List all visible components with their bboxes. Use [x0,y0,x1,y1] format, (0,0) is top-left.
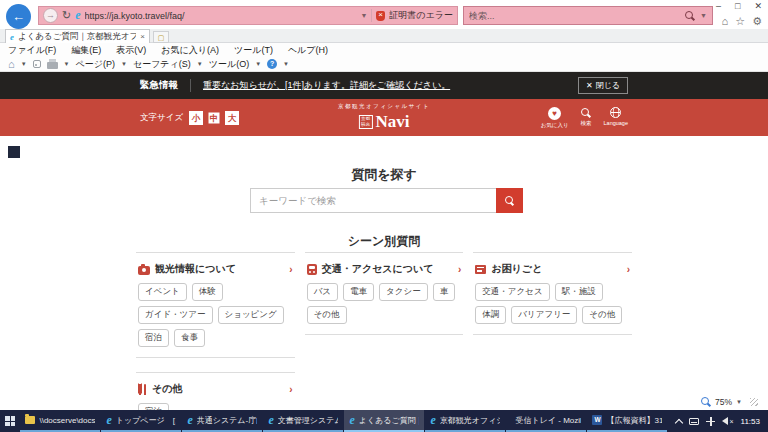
font-size-button-大[interactable]: 大 [225,111,239,125]
start-button[interactable] [0,410,20,432]
search-icon [581,108,591,118]
menu-item-3[interactable]: お気に入り(A) [161,44,219,57]
tag[interactable]: バス [307,283,338,301]
tag[interactable]: イベント [138,283,187,301]
chevron-down-icon[interactable]: ▼ [283,61,289,67]
menu-item-2[interactable]: 表示(V) [116,44,146,57]
nav-label: 検索 [581,120,592,127]
tag[interactable]: 電車 [343,283,374,301]
zoom-control[interactable]: 75% ▼ [701,397,758,407]
emergency-notice-link[interactable]: 重要なお知らせが、[1件]あります。詳細をご確認ください。 [203,79,450,92]
move-icon[interactable] [706,417,715,426]
active-tab[interactable]: e よくあるご質問｜京都観光オフ... × [5,29,150,43]
ie-icon: e [187,415,192,425]
tag[interactable]: ショッピング [218,306,284,324]
search-icon[interactable] [685,11,695,21]
faq-search-button[interactable] [496,188,523,213]
forward-button[interactable]: → [43,8,58,23]
page-menu[interactable]: ページ(P) [76,58,115,71]
url-text[interactable]: https://ja.kyoto.travel/faq/ [85,11,357,21]
taskbar-item[interactable]: e共通システム-庁内メ... [182,410,262,432]
font-size-button-中[interactable]: 中 [207,111,221,125]
taskbar-item[interactable]: e京都観光オフィシャル... [425,410,505,432]
print-icon[interactable] [47,62,58,69]
tag[interactable]: その他 [307,306,347,324]
site-logo[interactable]: 京都観光オフィシャルサイト 京都観光 Navi [338,103,430,132]
safety-menu[interactable]: セーフティ(S) [133,58,191,71]
address-dropdown-icon[interactable]: ▼ [360,12,367,19]
font-size-button-小[interactable]: 小 [189,111,203,125]
menu-item-1[interactable]: 編集(E) [71,44,101,57]
logo-title: Navi [375,112,409,132]
home-icon[interactable]: ⌂ [8,58,15,70]
ie-icon: e [430,415,435,425]
tag[interactable]: 食事 [174,329,205,347]
browser-search-input[interactable] [469,11,680,21]
tag[interactable]: ガイド・ツアー [138,306,213,324]
keyboard-icon[interactable] [689,418,699,425]
tag[interactable]: 体調 [475,306,506,324]
taskbar-item[interactable]: W【広報資料】310130... [587,410,667,432]
settings-gear-icon[interactable]: ⚙ [752,15,762,28]
close-label: 閉じる [596,80,620,91]
ie-icon: e [349,415,354,425]
tab-close-icon[interactable]: × [140,32,145,41]
category-card[interactable]: 観光情報について›イベント体験ガイド・ツアーショッピング宿泊食事 [136,252,295,358]
certificate-error-label[interactable]: 証明書のエラー [389,9,453,22]
faq-search-input[interactable] [250,188,496,213]
category-card[interactable]: お困りごと›交通・アクセス駅・施設体調バリアフリーその他 [473,252,632,335]
browser-search-box[interactable]: ▼ [463,6,713,25]
chevron-down-icon[interactable]: ▼ [736,399,742,405]
menu-item-0[interactable]: ファイル(F) [8,44,56,57]
emergency-close-button[interactable]: ✕ 閉じる [578,77,628,94]
search-dropdown-icon[interactable]: ▼ [700,12,707,19]
tag[interactable]: 宿泊 [138,329,169,347]
chevron-down-icon[interactable]: ▼ [197,61,203,67]
tools-menu[interactable]: ツール(O) [209,58,249,71]
tray-expand-icon[interactable] [675,418,683,426]
chevron-down-icon[interactable]: ▼ [21,61,27,67]
tag[interactable]: 駅・施設 [555,283,603,301]
taskbar-item[interactable]: \\docserve\docser... [20,410,100,432]
close-icon: ✕ [586,81,593,90]
tag[interactable]: 体験 [192,283,223,301]
home-icon[interactable]: ⌂ [722,15,729,28]
menu-item-5[interactable]: ヘルプ(H) [288,44,328,57]
taskbar-item[interactable]: e文書管理システム-文... [263,410,343,432]
chevron-right-icon: › [289,264,292,275]
chevron-down-icon[interactable]: ▼ [121,61,127,67]
taskbar-item-label: トップページ [メイン... [116,415,177,426]
address-bar[interactable]: → ↻ e https://ja.kyoto.travel/faq/ ▼ 証明書… [38,6,458,25]
help-icon[interactable]: ? [267,59,277,69]
taskbar-item[interactable]: eよくあるご質問｜京... [344,410,424,432]
new-tab-button[interactable]: ▢ [153,31,169,43]
minimize-button[interactable]: – [716,1,721,11]
emergency-banner: 緊急情報 重要なお知らせが、[1件]あります。詳細をご確認ください。 ✕ 閉じる [0,72,768,99]
language-nav[interactable]: Language [604,107,628,129]
taskbar-item-label: 【広報資料】310130... [606,415,662,426]
taskbar-item[interactable]: 受信トレイ - Mozilla ... [506,410,586,432]
tag[interactable]: 車 [433,283,456,301]
volume-muted-icon[interactable]: × [722,417,733,425]
tag[interactable]: バリアフリー [511,306,577,324]
resize-grip[interactable] [750,398,758,406]
chevron-down-icon[interactable]: ▼ [64,61,70,67]
tag-list: 交通・アクセス駅・施設体調バリアフリーその他 [475,283,630,324]
favorites-star-icon[interactable]: ☆ [735,15,745,28]
menu-item-4[interactable]: ツール(T) [234,44,273,57]
search-nav[interactable]: 検索 [581,107,592,129]
taskbar-item[interactable]: eトップページ [メイン... [101,410,181,432]
close-button[interactable]: ✕ [754,1,762,11]
tag[interactable]: 交通・アクセス [475,283,549,301]
category-card[interactable]: 交通・アクセスについて›バス電車タクシー車その他 [305,252,464,335]
favorites-nav[interactable]: ♥ お気に入り [541,107,569,129]
chevron-down-icon[interactable]: ▼ [255,61,261,67]
back-button[interactable]: ← [6,4,31,29]
refresh-icon[interactable]: ↻ [62,9,71,22]
maximize-button[interactable]: □ [735,1,740,11]
feed-icon[interactable] [33,60,41,68]
clock: 11:53 [741,417,760,426]
ie-icon: e [268,415,273,425]
tag[interactable]: その他 [582,306,622,324]
tag[interactable]: タクシー [379,283,428,301]
